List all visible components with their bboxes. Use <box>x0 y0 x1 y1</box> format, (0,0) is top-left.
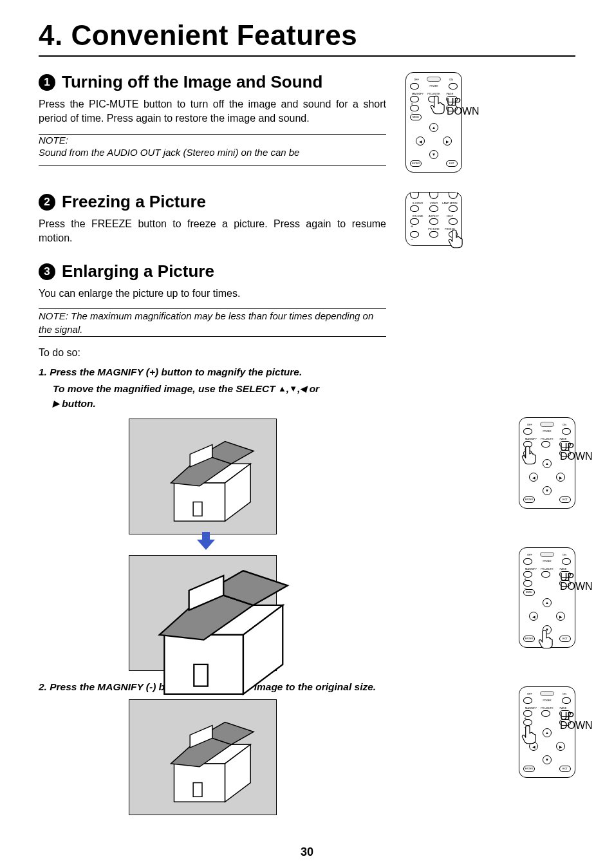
picture-label: PICTURE <box>426 227 442 231</box>
triangle-left-icon: ◀ <box>300 384 306 393</box>
section-number-badge: 3 <box>39 263 55 280</box>
section-title: Enlarging a Picture <box>62 261 214 281</box>
step-1: 1. Press the MAGNIFY (+) button to magni… <box>39 365 575 379</box>
section-body: You can enlarge the picture up to four t… <box>39 287 386 301</box>
section-1: 1 Turning off the Image and Sound Press … <box>39 72 575 173</box>
page-number: 30 <box>0 845 614 859</box>
section-body: Press the PIC-MUTE button to turn off th… <box>39 97 386 125</box>
svg-rect-13 <box>194 665 207 686</box>
page-label: PAGE <box>555 437 571 440</box>
down-label: DOWN <box>446 105 458 111</box>
off-label: OFF <box>523 423 536 426</box>
remote-control-icon: S-VIDEOVIDEOLAMP MODE VOLUMEASPECTHELP P… <box>405 192 462 246</box>
note-text: NOTE: The maximum magnification may be l… <box>39 309 386 336</box>
magnify-label: MAGNIFY <box>523 706 539 710</box>
section-title: Turning off the Image and Sound <box>62 72 322 92</box>
section-3: 3 Enlarging a Picture You can enlarge th… <box>39 261 575 411</box>
note-label: NOTE: <box>39 135 386 146</box>
exit-label: EXIT <box>559 766 571 772</box>
up-label: UP <box>559 710 571 717</box>
step-1-sub: To move the magnified image, use the SEL… <box>53 382 575 411</box>
section-2: 2 Freezing a Picture Press the FREEZE bu… <box>39 192 575 246</box>
step-text: or <box>306 383 319 394</box>
remote-control-icon: OFF ON POWER MAGNIFYPIC-MUTEPAGE UP DOWN… <box>405 72 462 173</box>
remote-figure-freeze: S-VIDEOVIDEOLAMP MODE VOLUMEASPECTHELP P… <box>405 192 462 246</box>
heading-rule <box>39 55 575 57</box>
up-label: UP <box>559 441 571 448</box>
note-rule-bottom <box>39 165 386 166</box>
down-label: DOWN <box>559 450 571 457</box>
picmute-label: PIC-MUTE <box>539 706 555 710</box>
magnify-label: MAGNIFY <box>410 92 425 95</box>
freeze-label: FREEZE <box>442 227 458 231</box>
up-label: UP <box>446 96 458 102</box>
enter-label: ENTER <box>410 160 422 167</box>
up-label: UP <box>559 571 571 578</box>
down-label: DOWN <box>559 580 571 587</box>
svideo-label: S-VIDEO <box>410 202 425 205</box>
picmute-label: PIC-MUTE <box>426 92 442 95</box>
video-label: VIDEO <box>426 202 442 205</box>
exit-label: EXIT <box>559 496 571 503</box>
power-label: POWER <box>543 430 551 433</box>
todo-label: To do so: <box>39 347 575 359</box>
chapter-title: 4. Convenient Features <box>39 19 575 52</box>
step-text: To move the magnified image, use the SEL… <box>53 383 278 394</box>
enter-label: ENTER <box>523 636 535 642</box>
picmute-label: PIC-MUTE <box>539 567 555 571</box>
triangle-down-icon: ▼ <box>289 384 297 393</box>
section-body: Press the FREEZE button to freeze a pict… <box>39 217 386 245</box>
note-text: Sound from the AUDIO OUT jack (Stereo mi… <box>39 146 386 159</box>
power-label: POWER <box>543 699 551 702</box>
page-label: PAGE <box>442 92 458 95</box>
off-label: OFF <box>523 692 536 695</box>
section-number-badge: 1 <box>39 74 55 91</box>
exit-label: EXIT <box>559 636 571 642</box>
page-label: PAGE <box>555 706 571 710</box>
house-illustration-small <box>129 699 277 815</box>
aspect-label: ASPECT <box>426 214 442 218</box>
house-illustration-zoomed <box>129 555 277 671</box>
svg-rect-20 <box>193 783 202 797</box>
remote-figure-select: OFFON POWER MAGNIFYPIC-MUTEPAGE UP DOWN … <box>519 547 575 648</box>
down-label: DOWN <box>559 719 571 726</box>
section-title: Freezing a Picture <box>62 192 206 212</box>
menu-label: MENU <box>523 589 535 596</box>
triangle-right-icon: ▶ <box>53 399 59 408</box>
power-label: POWER <box>429 85 438 88</box>
triangle-up-icon: ▲ <box>278 384 286 393</box>
volume-label: VOLUME <box>410 214 425 218</box>
lampmode-label: LAMP MODE <box>442 202 458 205</box>
step-text: button. <box>59 398 96 409</box>
on-label: ON <box>558 553 571 556</box>
on-label: ON <box>558 692 571 695</box>
off-label: OFF <box>410 78 423 81</box>
note-rule-bottom <box>39 336 386 337</box>
enter-label: ENTER <box>523 496 535 503</box>
house-illustration-small <box>129 419 277 534</box>
remote-figure-magnify-minus: OFFON POWER MAGNIFYPIC-MUTEPAGE UP DOWN … <box>519 686 575 778</box>
enter-label: ENTER <box>523 766 535 772</box>
magnify-label: MAGNIFY <box>523 437 539 440</box>
magnify-label: MAGNIFY <box>523 567 539 571</box>
help-label: HELP <box>442 214 458 218</box>
exit-label: EXIT <box>446 160 458 167</box>
off-label: OFF <box>523 553 536 556</box>
svg-rect-6 <box>193 502 202 516</box>
remote-figure-magnify-plus: OFFON POWER MAGNIFYPIC-MUTEPAGE UP DOWN … <box>519 417 575 509</box>
picmute-label: PIC-MUTE <box>539 437 555 440</box>
enlarge-figures-row: 2. Press the MAGNIFY (-) button to retur… <box>39 413 575 820</box>
power-label: POWER <box>543 560 551 563</box>
on-label: ON <box>558 423 571 426</box>
page-label: PAGE <box>555 567 571 571</box>
menu-label: MENU <box>410 114 422 120</box>
remote-figure-picmute: OFF ON POWER MAGNIFYPIC-MUTEPAGE UP DOWN… <box>405 72 462 173</box>
section-number-badge: 2 <box>39 194 55 211</box>
on-label: ON <box>445 78 458 81</box>
